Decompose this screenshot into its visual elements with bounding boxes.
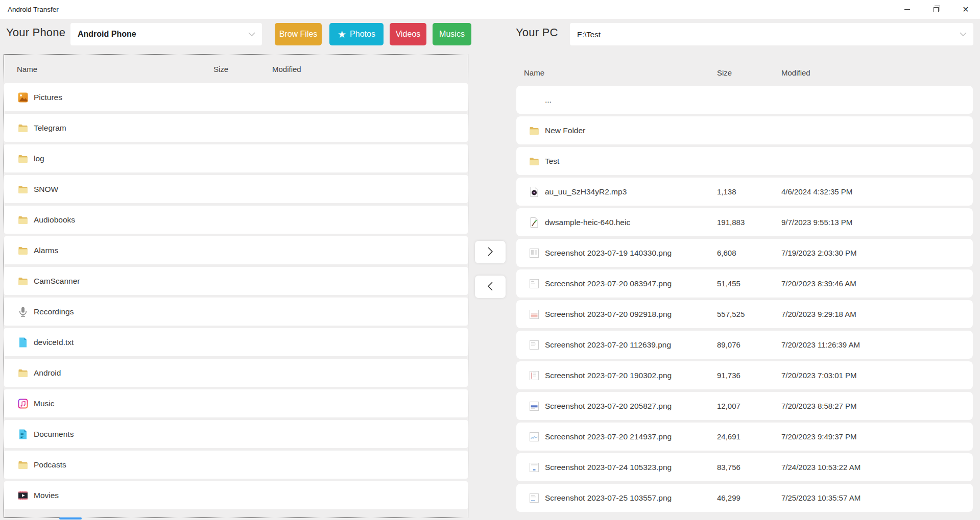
file-size: 12,007: [717, 402, 781, 410]
file-row[interactable]: New Folder: [516, 116, 973, 144]
column-header-name: Name: [516, 68, 717, 77]
file-modified: 7/20/2023 7:03:01 PM: [781, 371, 973, 380]
file-modified: 7/20/2023 9:49:37 PM: [781, 432, 973, 441]
file-row[interactable]: Podcasts: [4, 451, 468, 479]
gallery-icon: [17, 91, 29, 104]
folder-icon: [528, 155, 540, 167]
file-row[interactable]: au_uu_SzH34yR2.mp3 1,138 4/6/2024 4:32:3…: [516, 178, 973, 206]
photos-label: Photos: [350, 30, 375, 39]
transfer-to-phone-button[interactable]: [475, 276, 506, 298]
window-title: Android Transfer: [8, 0, 59, 19]
videos-button[interactable]: Videos: [390, 23, 426, 45]
pc-list-header: Name Size Modified: [516, 59, 973, 86]
docfile-icon: [17, 428, 29, 440]
file-name: Screenshot 2023-07-20 083947.png: [545, 279, 672, 288]
horizontal-scrollbar-thumb[interactable]: [59, 517, 82, 519]
file-row[interactable]: Android: [4, 359, 468, 387]
file-size: 83,756: [717, 463, 781, 472]
folder-icon: [17, 275, 29, 287]
file-row[interactable]: Screenshot 2023-07-20 112639.png 89,076 …: [516, 331, 973, 359]
minimize-button[interactable]: [895, 0, 919, 19]
file-row[interactable]: ...: [516, 86, 973, 114]
file-name: Recordings: [34, 307, 74, 316]
file-size: 191,883: [717, 218, 781, 227]
file-row[interactable]: Screenshot 2023-07-20 083947.png 51,455 …: [516, 269, 973, 298]
close-button[interactable]: ✕: [954, 0, 977, 19]
file-name: Screenshot 2023-07-20 205827.png: [545, 402, 672, 411]
file-row[interactable]: Telegram: [4, 114, 468, 142]
file-name: CamScanner: [34, 277, 80, 286]
file-row[interactable]: Screenshot 2023-07-20 092918.png 557,525…: [516, 300, 973, 328]
file-name: Screenshot 2023-07-25 103557.png: [545, 493, 672, 503]
file-row[interactable]: Screenshot 2023-07-25 103557.png 46,299 …: [516, 484, 973, 512]
musics-button[interactable]: Musics: [433, 23, 471, 45]
thumb9-icon: [528, 492, 540, 504]
file-name: dwsample-heic-640.heic: [545, 218, 630, 227]
audio-icon: [528, 186, 540, 198]
column-header-modified: Modified: [272, 65, 468, 73]
file-row[interactable]: Screenshot 2023-07-20 205827.png 12,007 …: [516, 392, 973, 420]
file-row[interactable]: Movies: [4, 481, 468, 509]
restore-button[interactable]: [924, 0, 948, 19]
pc-path-select[interactable]: E:\Test: [570, 23, 973, 45]
file-modified: 7/20/2023 8:39:46 AM: [781, 279, 973, 288]
file-name: deviceId.txt: [34, 338, 74, 347]
your-phone-label: Your Phone: [6, 26, 65, 39]
folder-icon: [17, 183, 29, 195]
file-row[interactable]: Screenshot 2023-07-20 190302.png 91,736 …: [516, 361, 973, 389]
file-name: log: [34, 154, 44, 163]
pc-file-rows: ... New Folder Test au_uu_SzH34yR2.mp3 1…: [516, 86, 973, 512]
file-modified: 7/20/2023 9:29:18 AM: [781, 310, 973, 318]
file-row[interactable]: Screenshot 2023-07-19 140330.png 6,608 7…: [516, 239, 973, 267]
chevron-down-icon: [958, 29, 968, 41]
musics-label: Musics: [439, 30, 465, 39]
file-row[interactable]: CamScanner: [4, 267, 468, 295]
file-row[interactable]: log: [4, 144, 468, 172]
file-name: Telegram: [34, 123, 66, 133]
chevron-down-icon: [247, 29, 257, 41]
file-row[interactable]: Recordings: [4, 298, 468, 326]
folder-icon: [17, 153, 29, 165]
file-row[interactable]: Pictures: [4, 83, 468, 111]
thumb6-icon: [528, 400, 540, 412]
file-row[interactable]: Documents: [4, 420, 468, 448]
brow-files-button[interactable]: Brow Files: [275, 23, 322, 45]
photos-button[interactable]: ★ Photos: [329, 23, 384, 45]
file-size: 6,608: [717, 249, 781, 257]
file-row[interactable]: Screenshot 2023-07-24 105323.png 83,756 …: [516, 453, 973, 481]
transfer-to-pc-button[interactable]: [475, 241, 506, 263]
movie-icon: [17, 489, 29, 502]
close-icon: ✕: [962, 6, 969, 14]
file-size: 1,138: [717, 187, 781, 196]
phone-list-header: Name Size Modified: [4, 55, 468, 83]
file-row[interactable]: Music: [4, 389, 468, 417]
file-row[interactable]: Alarms: [4, 236, 468, 264]
phone-file-rows: Pictures Telegram log SNOW Audiobooks: [4, 83, 468, 509]
file-row[interactable]: dwsample-heic-640.heic 191,883 9/7/2023 …: [516, 208, 973, 236]
folder-icon: [17, 459, 29, 471]
heic-icon: [528, 216, 540, 229]
file-name: Screenshot 2023-07-24 105323.png: [545, 463, 672, 472]
phone-file-list-panel: Name Size Modified Pictures Telegram log: [4, 54, 468, 518]
pc-path-value: E:\Test: [570, 30, 601, 39]
phone-device-select[interactable]: Android Phone: [70, 23, 262, 45]
pc-file-list-panel: Name Size Modified ... New Folder Test: [516, 59, 973, 520]
file-modified: 7/20/2023 8:58:27 PM: [781, 402, 973, 410]
file-row[interactable]: Screenshot 2023-07-20 214937.png 24,691 …: [516, 423, 973, 451]
folder-icon: [17, 367, 29, 379]
folder-icon: [528, 125, 540, 137]
file-name: New Folder: [545, 126, 585, 135]
file-row[interactable]: Audiobooks: [4, 206, 468, 234]
file-row[interactable]: Test: [516, 147, 973, 175]
arrow-left-icon: [484, 280, 497, 294]
thumb8-icon: [528, 461, 540, 474]
file-size: 557,525: [717, 310, 781, 318]
file-row[interactable]: deviceId.txt: [4, 328, 468, 356]
file-name: Screenshot 2023-07-20 214937.png: [545, 432, 672, 441]
folder-icon: [17, 214, 29, 226]
mic-icon: [17, 306, 29, 318]
file-size: 91,736: [717, 371, 781, 380]
file-name: Screenshot 2023-07-20 092918.png: [545, 310, 672, 319]
file-name: ...: [545, 95, 552, 105]
file-row[interactable]: SNOW: [4, 175, 468, 203]
